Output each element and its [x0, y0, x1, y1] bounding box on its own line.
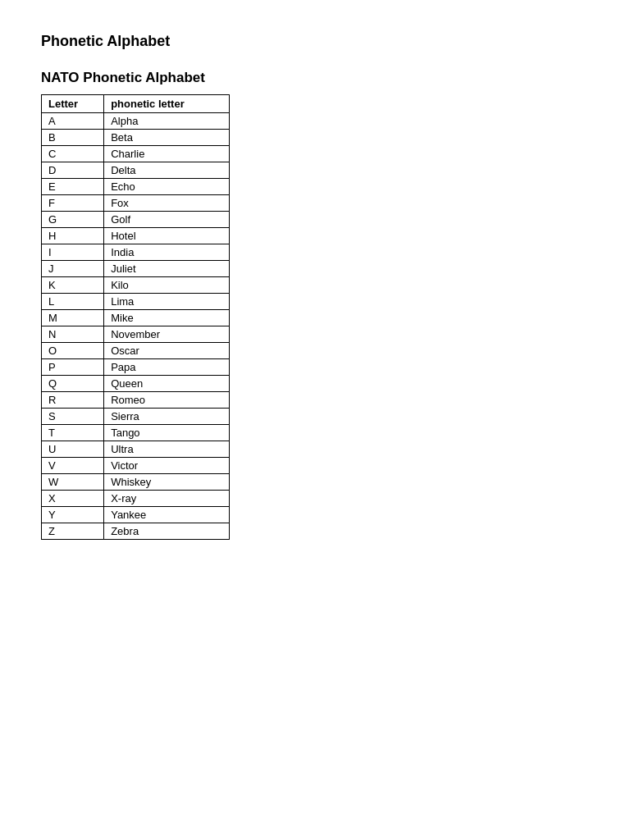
- cell-letter: R: [42, 392, 104, 409]
- cell-phonetic: Oscar: [104, 343, 230, 359]
- cell-letter: S: [42, 409, 104, 425]
- table-row: EEcho: [42, 179, 230, 195]
- table-row: QQueen: [42, 376, 230, 392]
- cell-phonetic: Zebra: [104, 523, 230, 540]
- cell-letter: K: [42, 277, 104, 294]
- cell-phonetic: Romeo: [104, 392, 230, 409]
- section-title: NATO Phonetic Alphabet: [41, 70, 589, 86]
- cell-phonetic: Whiskey: [104, 474, 230, 491]
- table-row: AAlpha: [42, 113, 230, 130]
- cell-phonetic: Alpha: [104, 113, 230, 130]
- table-row: DDelta: [42, 162, 230, 179]
- cell-phonetic: India: [104, 244, 230, 261]
- cell-phonetic: November: [104, 326, 230, 343]
- table-row: LLima: [42, 294, 230, 310]
- table-row: JJuliet: [42, 261, 230, 277]
- cell-phonetic: Queen: [104, 376, 230, 392]
- table-row: SSierra: [42, 409, 230, 425]
- cell-phonetic: Mike: [104, 310, 230, 326]
- cell-letter: Q: [42, 376, 104, 392]
- cell-letter: U: [42, 441, 104, 458]
- table-row: HHotel: [42, 228, 230, 244]
- table-row: ZZebra: [42, 523, 230, 540]
- table-row: OOscar: [42, 343, 230, 359]
- column-header-letter: Letter: [42, 95, 104, 113]
- cell-phonetic: Kilo: [104, 277, 230, 294]
- cell-phonetic: Tango: [104, 425, 230, 441]
- table-row: XX-ray: [42, 491, 230, 507]
- table-row: CCharlie: [42, 146, 230, 162]
- cell-phonetic: Papa: [104, 359, 230, 376]
- table-row: GGolf: [42, 212, 230, 228]
- cell-letter: H: [42, 228, 104, 244]
- cell-letter: G: [42, 212, 104, 228]
- cell-phonetic: Lima: [104, 294, 230, 310]
- table-row: YYankee: [42, 507, 230, 523]
- cell-phonetic: X-ray: [104, 491, 230, 507]
- cell-letter: X: [42, 491, 104, 507]
- table-row: WWhiskey: [42, 474, 230, 491]
- table-header-row: Letter phonetic letter: [42, 95, 230, 113]
- cell-phonetic: Beta: [104, 130, 230, 146]
- cell-phonetic: Delta: [104, 162, 230, 179]
- cell-phonetic: Sierra: [104, 409, 230, 425]
- column-header-phonetic: phonetic letter: [104, 95, 230, 113]
- cell-letter: B: [42, 130, 104, 146]
- cell-phonetic: Echo: [104, 179, 230, 195]
- cell-letter: M: [42, 310, 104, 326]
- table-row: PPapa: [42, 359, 230, 376]
- table-row: KKilo: [42, 277, 230, 294]
- cell-letter: Z: [42, 523, 104, 540]
- cell-phonetic: Juliet: [104, 261, 230, 277]
- table-row: BBeta: [42, 130, 230, 146]
- cell-letter: V: [42, 458, 104, 474]
- cell-letter: P: [42, 359, 104, 376]
- cell-letter: O: [42, 343, 104, 359]
- cell-letter: A: [42, 113, 104, 130]
- page-title: Phonetic Alphabet: [41, 33, 589, 50]
- table-row: MMike: [42, 310, 230, 326]
- table-row: UUltra: [42, 441, 230, 458]
- cell-letter: W: [42, 474, 104, 491]
- cell-letter: J: [42, 261, 104, 277]
- cell-letter: Y: [42, 507, 104, 523]
- cell-letter: D: [42, 162, 104, 179]
- cell-phonetic: Hotel: [104, 228, 230, 244]
- cell-phonetic: Victor: [104, 458, 230, 474]
- phonetic-alphabet-table: Letter phonetic letter AAlphaBBetaCCharl…: [41, 94, 230, 540]
- table-row: VVictor: [42, 458, 230, 474]
- cell-letter: I: [42, 244, 104, 261]
- cell-letter: T: [42, 425, 104, 441]
- table-row: NNovember: [42, 326, 230, 343]
- cell-phonetic: Fox: [104, 195, 230, 212]
- table-row: TTango: [42, 425, 230, 441]
- cell-letter: E: [42, 179, 104, 195]
- cell-phonetic: Charlie: [104, 146, 230, 162]
- cell-phonetic: Yankee: [104, 507, 230, 523]
- table-row: RRomeo: [42, 392, 230, 409]
- cell-phonetic: Golf: [104, 212, 230, 228]
- table-row: FFox: [42, 195, 230, 212]
- cell-phonetic: Ultra: [104, 441, 230, 458]
- cell-letter: C: [42, 146, 104, 162]
- cell-letter: F: [42, 195, 104, 212]
- cell-letter: N: [42, 326, 104, 343]
- table-row: IIndia: [42, 244, 230, 261]
- cell-letter: L: [42, 294, 104, 310]
